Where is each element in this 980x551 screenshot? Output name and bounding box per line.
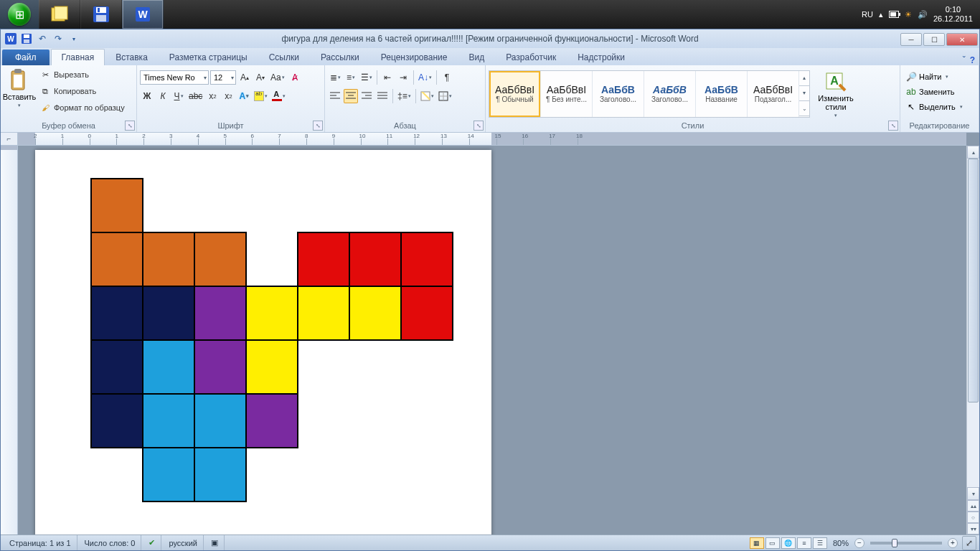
find-button[interactable]: 🔎Найти▾ [903,70,966,84]
tab-главная[interactable]: Главная [51,49,105,65]
clear-formatting-button[interactable]: A̷ [288,70,302,85]
style-scroll[interactable]: ⌄ [799,101,809,116]
highlight-button[interactable] [253,89,269,103]
sort-button[interactable]: A↓ [417,70,433,85]
text-effects-button[interactable]: A [237,89,251,103]
tray-chevron-icon[interactable]: ▴ [879,10,883,19]
copy-button[interactable]: ⧉Копировать [37,83,128,99]
brightness-icon[interactable]: ☀ [905,10,912,19]
strikethrough-button[interactable]: abc [187,89,204,103]
style-item[interactable]: АаБбВНазвание [696,71,748,117]
italic-button[interactable]: К [156,89,170,103]
font-dialog-launcher[interactable]: ⤡ [313,121,323,131]
subscript-button[interactable]: x2 [205,89,220,103]
bold-button[interactable]: Ж [140,89,154,103]
font-size-combo[interactable]: 12 [210,70,236,85]
align-center-button[interactable] [344,89,358,103]
styles-dialog-launcher[interactable]: ⤡ [888,121,898,131]
style-item[interactable]: АаБбВЗаголово... [644,71,696,117]
document-page[interactable] [35,150,491,534]
vertical-ruler[interactable] [1,146,18,534]
numbering-button[interactable]: ≡ [344,70,358,85]
tab-вставка[interactable]: Вставка [105,49,159,65]
scroll-thumb[interactable] [968,159,979,402]
style-item[interactable]: АаБбВвI¶ Обычный [489,71,541,117]
line-spacing-button[interactable]: ‡≡ [396,89,413,103]
view-outline[interactable]: ≡ [797,537,811,549]
shrink-font-button[interactable]: A▾ [253,70,268,85]
prev-page-button[interactable]: ▴▴ [967,500,979,512]
style-item[interactable]: АаБбВвIПодзагол... [748,71,799,117]
file-tab[interactable]: Файл [2,50,50,65]
scroll-up-button[interactable]: ▴ [967,146,979,159]
underline-button[interactable]: Ч [171,89,186,103]
change-case-button[interactable]: Aa [269,70,286,85]
zoom-level[interactable]: 80% [833,539,849,547]
tab-ссылки[interactable]: Ссылки [258,49,310,65]
replace-button[interactable]: abЗаменить [903,85,966,99]
help-icon[interactable]: ? [970,55,975,65]
close-button[interactable]: ✕ [946,33,978,46]
horizontal-ruler[interactable]: 210123456789101112131415161718 [18,133,966,146]
select-button[interactable]: ↖Выделить▾ [903,100,966,114]
redo-button[interactable]: ↷ [51,32,65,46]
bullets-button[interactable]: ≣ [328,70,342,85]
save-button[interactable] [19,32,34,46]
style-scroll[interactable]: ▴ [799,71,809,86]
superscript-button[interactable]: x2 [221,89,235,103]
zoom-slider[interactable] [870,542,942,545]
status-macro[interactable]: ▣ [205,535,225,550]
battery-icon[interactable] [889,11,899,18]
grow-font-button[interactable]: A▴ [237,70,252,85]
start-button[interactable] [0,0,39,29]
clipboard-dialog-launcher[interactable]: ⤡ [125,121,135,131]
multilevel-button[interactable]: ☰ [359,70,374,85]
zoom-in-button[interactable]: + [948,538,958,548]
increase-indent-button[interactable]: ⇥ [396,70,410,85]
styles-gallery[interactable]: АаБбВвI¶ ОбычныйАаБбВвI¶ Без инте...АаБб… [489,70,810,118]
justify-button[interactable] [375,89,390,103]
tab-рецензирование[interactable]: Рецензирование [370,49,458,65]
paragraph-dialog-launcher[interactable]: ⤡ [473,121,484,131]
borders-button[interactable] [437,89,453,103]
qat-customize-icon[interactable]: ▾ [67,32,81,46]
style-item[interactable]: АаБбВЗаголово... [593,71,644,117]
zoom-out-button[interactable]: − [854,538,864,548]
undo-button[interactable]: ↶ [35,32,50,46]
status-language[interactable]: русский [163,535,203,550]
status-proofing[interactable]: ✔ [143,535,161,550]
zoom-fit-button[interactable]: ⤢ [962,536,976,550]
clock[interactable]: 0:10 26.12.2011 [933,5,973,24]
tab-вид[interactable]: Вид [458,49,495,65]
font-name-combo[interactable]: Times New Ro [140,70,209,85]
tab-разметка страницы[interactable]: Разметка страницы [159,49,258,65]
minimize-button[interactable]: ─ [900,33,922,46]
view-web[interactable]: 🌐 [781,537,796,549]
view-print-layout[interactable]: ▦ [750,537,764,549]
task-item-notes[interactable] [39,0,80,29]
cut-button[interactable]: ✂Вырезать [37,67,128,83]
tab-разработчик[interactable]: Разработчик [495,49,567,65]
maximize-button[interactable]: ☐ [923,33,945,46]
task-item-word[interactable]: W [122,0,164,29]
next-page-button[interactable]: ▾▾ [967,523,979,534]
view-draft[interactable]: ☰ [813,537,827,549]
font-color-button[interactable] [270,89,287,103]
status-words[interactable]: Число слов: 0 [79,535,142,550]
style-item[interactable]: АаБбВвI¶ Без инте... [541,71,593,117]
ribbon-minimize-icon[interactable]: ˇ [963,55,966,65]
word-icon[interactable]: W [4,32,18,46]
show-marks-button[interactable]: ¶ [440,70,454,85]
change-styles-button[interactable]: A Изменить стили ▾ [814,68,857,120]
paste-button[interactable]: Вставить ▾ [4,67,35,110]
task-item-save[interactable] [80,0,122,29]
browse-object-button[interactable]: ○ [967,512,979,523]
scroll-down-button[interactable]: ▾ [967,487,979,500]
align-left-button[interactable] [328,89,342,103]
language-indicator[interactable]: RU [862,10,873,19]
status-page[interactable]: Страница: 1 из 1 [4,535,77,550]
tab-надстройки[interactable]: Надстройки [567,49,636,65]
style-scroll[interactable]: ▾ [799,86,809,101]
vertical-scrollbar[interactable]: ▴ ▾ ▴▴ ○ ▾▾ [966,146,979,534]
ruler-corner[interactable]: ⌐ [1,133,18,146]
